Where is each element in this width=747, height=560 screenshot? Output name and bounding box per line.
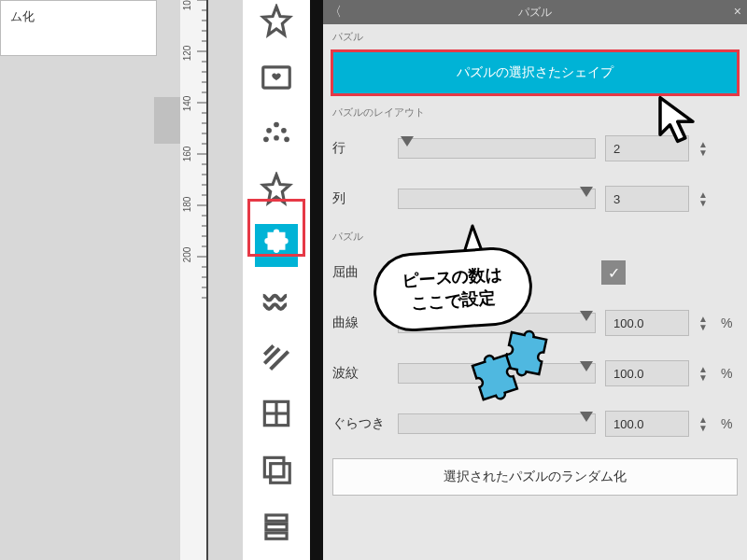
tool-wave[interactable] xyxy=(255,280,298,323)
floating-panel: ム化 xyxy=(0,0,157,56)
cols-row: 列 3 ▲▼ xyxy=(323,174,747,224)
select-shape-button-label: パズルの選択さたシェイプ xyxy=(457,64,613,81)
panel-title: パズル xyxy=(518,5,552,21)
ruler-ticks xyxy=(197,0,206,560)
wobble-value[interactable]: 100.0 xyxy=(605,411,689,437)
cols-slider[interactable] xyxy=(398,189,596,209)
ruler-mark: 120 xyxy=(182,39,192,67)
curve-value[interactable]: 100.0 xyxy=(605,310,689,336)
photo-heart-icon xyxy=(259,60,294,95)
tool-star-filled[interactable] xyxy=(255,0,298,43)
curve-slider[interactable] xyxy=(398,313,596,333)
bend-row: 屈曲 ✓ xyxy=(323,247,747,298)
cols-spinner[interactable]: ▲▼ xyxy=(698,190,712,207)
svg-rect-47 xyxy=(266,533,287,539)
ruler-mark: 160 xyxy=(182,140,192,168)
svg-point-32 xyxy=(266,128,272,133)
canvas-area xyxy=(0,0,205,560)
ripple-slider[interactable] xyxy=(398,363,596,384)
section-shape-label: パズル xyxy=(323,24,747,48)
ripple-spinner[interactable]: ▲▼ xyxy=(698,365,712,382)
curve-unit: % xyxy=(721,315,738,330)
rows-label: 行 xyxy=(332,140,388,157)
tool-hatch[interactable] xyxy=(255,336,298,379)
tool-dots-scatter[interactable] xyxy=(255,112,298,155)
wobble-row: ぐらつき 100.0 ▲▼ % xyxy=(323,399,747,449)
panel-header: 〈 パズル × xyxy=(323,0,747,24)
hatch-icon xyxy=(259,340,294,375)
select-shape-button[interactable]: パズルの選択さたシェイプ xyxy=(332,51,738,94)
curve-spinner[interactable]: ▲▼ xyxy=(698,315,712,331)
tool-toolbar xyxy=(243,0,310,560)
vertical-ruler: 100 120 140 160 180 200 xyxy=(180,0,208,560)
stack-icon xyxy=(259,508,294,543)
svg-point-36 xyxy=(284,136,289,142)
svg-rect-43 xyxy=(264,457,284,477)
tool-star-outline[interactable] xyxy=(255,168,298,211)
curve-label: 曲線 xyxy=(332,315,388,331)
ripple-row: 波紋 100.0 ▲▼ % xyxy=(323,348,747,399)
ruler-mark: 140 xyxy=(182,90,192,118)
ruler-mark: 100 xyxy=(182,0,192,17)
ruler-mark: 180 xyxy=(182,190,192,218)
tool-grid[interactable] xyxy=(255,392,298,435)
rows-spinner[interactable]: ▲▼ xyxy=(698,140,712,157)
ruler-mark: 200 xyxy=(182,241,192,269)
wobble-slider[interactable] xyxy=(398,413,596,434)
rows-slider[interactable] xyxy=(398,138,596,159)
svg-point-35 xyxy=(274,135,279,141)
puzzle-panel: 〈 パズル × パズル パズルの選択さたシェイプ パズルのレイアウト 行 2 ▲… xyxy=(323,0,747,560)
ripple-label: 波紋 xyxy=(332,365,388,382)
wobble-label: ぐらつき xyxy=(332,415,388,432)
cols-label: 列 xyxy=(332,190,388,207)
bend-label: 屈曲 xyxy=(332,264,388,281)
dots-scatter-icon xyxy=(259,116,294,151)
star-outline-icon xyxy=(259,172,294,207)
curve-row: 曲線 100.0 ▲▼ % xyxy=(323,298,747,348)
star-filled-icon xyxy=(259,4,294,39)
svg-rect-45 xyxy=(266,515,287,521)
ripple-value[interactable]: 100.0 xyxy=(605,360,689,386)
floating-panel-text: ム化 xyxy=(10,9,35,23)
svg-point-34 xyxy=(263,136,269,142)
svg-rect-44 xyxy=(271,464,290,483)
wobble-unit: % xyxy=(721,416,738,431)
wave-icon xyxy=(259,284,294,319)
panel-divider xyxy=(310,0,323,560)
section-piece-label: パズル xyxy=(323,224,747,247)
svg-line-39 xyxy=(264,345,274,355)
rows-value[interactable]: 2 xyxy=(605,135,689,161)
layers-icon xyxy=(259,452,294,487)
canvas-shadow xyxy=(154,97,180,144)
randomize-button[interactable]: 選択されたパズルのランダム化 xyxy=(332,458,738,496)
wobble-spinner[interactable]: ▲▼ xyxy=(698,415,712,432)
grid-icon xyxy=(259,396,294,431)
ripple-unit: % xyxy=(721,366,738,381)
close-icon[interactable]: × xyxy=(734,4,741,19)
cols-value[interactable]: 3 xyxy=(605,186,689,212)
collapse-icon[interactable]: 〈 xyxy=(329,4,342,21)
tool-stack[interactable] xyxy=(255,504,298,547)
rows-row: 行 2 ▲▼ xyxy=(323,123,747,174)
tool-photo-heart[interactable] xyxy=(255,56,298,99)
tool-layers[interactable] xyxy=(255,448,298,491)
puzzle-icon xyxy=(259,228,294,263)
section-layout-label: パズルのレイアウト xyxy=(323,100,747,123)
svg-point-33 xyxy=(281,128,287,133)
tool-puzzle[interactable] xyxy=(255,224,298,267)
bend-checkbox[interactable]: ✓ xyxy=(601,260,626,285)
randomize-button-label: 選択されたパズルのランダム化 xyxy=(444,469,627,485)
svg-rect-46 xyxy=(266,524,287,529)
svg-point-31 xyxy=(274,122,279,128)
